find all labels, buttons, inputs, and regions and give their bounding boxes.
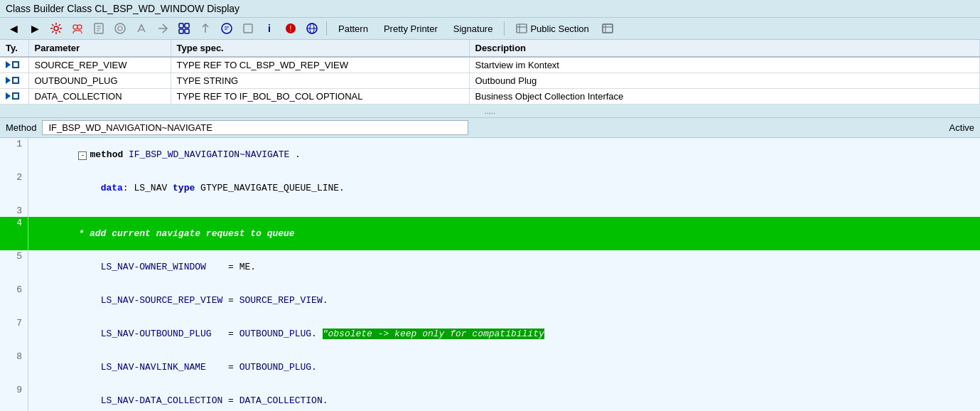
- signature-button[interactable]: Signature: [447, 21, 500, 36]
- tool-btn-9[interactable]: [217, 21, 236, 36]
- tool-btn-6[interactable]: [154, 21, 172, 36]
- param-row-1[interactable]: SOURCE_REP_VIEW TYPE REF TO CL_BSP_WD_RE…: [0, 57, 980, 73]
- line-content-4: * add current navigate request to queue: [28, 217, 980, 250]
- line-content-8: LS_NAV-NAVLINK_NAME = OUTBOUND_PLUG.: [28, 351, 980, 384]
- col-description: Description: [469, 40, 980, 57]
- method-bar: Method IF_BSP_WD_NAVIGATION~NAVIGATE Act…: [0, 117, 980, 138]
- tool-btn-12[interactable]: !: [281, 21, 300, 36]
- collapse-icon-1[interactable]: -: [78, 151, 87, 160]
- code-line-8: 8 LS_NAV-NAVLINK_NAME = OUTBOUND_PLUG.: [0, 351, 980, 384]
- row-indicator-1: [6, 61, 19, 68]
- public-section-button[interactable]: Public Section: [510, 21, 595, 36]
- type-icon-1: [12, 61, 19, 68]
- code-line-2: 2 data: LS_NAV type GTYPE_NAVIGATE_QUEUE…: [0, 171, 980, 205]
- tool-btn-2[interactable]: [68, 21, 87, 36]
- line-num-7: 7: [0, 317, 28, 351]
- line-num-2: 2: [0, 171, 28, 205]
- tool-btn-11[interactable]: i: [260, 21, 279, 36]
- ty-1: [0, 57, 28, 73]
- svg-text:!: !: [290, 25, 292, 33]
- param-desc-3: Business Object Collection Interface: [469, 89, 980, 105]
- line-num-8: 8: [0, 351, 28, 384]
- svg-point-5: [118, 26, 122, 31]
- line-content-9: LS_NAV-DATA_COLLECTION = DATA_COLLECTION…: [28, 384, 980, 411]
- code-line-6: 6 LS_NAV-SOURCE_REP_VIEW = SOURCE_REP_VI…: [0, 284, 980, 317]
- line-num-9: 9: [0, 384, 28, 411]
- svg-rect-12: [244, 24, 252, 33]
- code-line-3: 3: [0, 205, 980, 217]
- tool-btn-5[interactable]: [132, 21, 151, 36]
- method-name-box[interactable]: IF_BSP_WD_NAVIGATION~NAVIGATE: [42, 120, 468, 135]
- code-line-1: 1 -method IF_BSP_WD_NAVIGATION~NAVIGATE …: [0, 138, 980, 171]
- param-desc-1: Startview im Kontext: [469, 57, 980, 73]
- tool-btn-10[interactable]: [239, 21, 257, 36]
- param-table: Ty. Parameter Type spec. Description SOU…: [0, 40, 980, 105]
- svg-rect-7: [179, 23, 183, 28]
- param-typespec-2: TYPE STRING: [171, 73, 469, 89]
- type-icon-3: [12, 92, 19, 100]
- line-content-1: -method IF_BSP_WD_NAVIGATION~NAVIGATE .: [28, 138, 980, 171]
- svg-rect-8: [185, 23, 189, 28]
- col-typespec: Type spec.: [171, 40, 469, 57]
- arrow-icon-2: [6, 77, 11, 84]
- svg-point-11: [222, 23, 232, 33]
- line-num-1: 1: [0, 138, 28, 171]
- ty-3: [0, 89, 28, 105]
- line-content-2: data: LS_NAV type GTYPE_NAVIGATE_QUEUE_L…: [28, 171, 980, 205]
- pretty-printer-button[interactable]: Pretty Printer: [377, 21, 444, 36]
- title-bar: Class Builder Class CL_BSP_WD_WINDOW Dis…: [0, 0, 980, 18]
- row-indicator-2: [6, 77, 19, 84]
- type-icon-2: [12, 77, 19, 84]
- toolbar: ◀ ▶: [0, 18, 980, 40]
- code-line-7: 7 LS_NAV-OUTBOUND_PLUG = OUTBOUND_PLUG. …: [0, 317, 980, 351]
- arrow-icon-3: [6, 92, 11, 100]
- line-content-6: LS_NAV-SOURCE_REP_VIEW = SOURCE_REP_VIEW…: [28, 284, 980, 317]
- method-label: Method: [6, 122, 36, 133]
- arrow-icon-1: [6, 61, 11, 68]
- line-num-4: 4: [0, 217, 28, 250]
- col-ty: Ty.: [0, 40, 28, 57]
- line-content-3: [28, 205, 980, 217]
- param-typespec-1: TYPE REF TO CL_BSP_WD_REP_VIEW: [171, 57, 469, 73]
- forward-button[interactable]: ▶: [26, 21, 44, 36]
- line-num-6: 6: [0, 284, 28, 317]
- tool-btn-last[interactable]: [598, 21, 617, 36]
- method-status: Active: [949, 122, 974, 133]
- app-title: Class Builder Class CL_BSP_WD_WINDOW Dis…: [6, 3, 239, 14]
- tool-btn-8[interactable]: [196, 21, 215, 36]
- line-num-5: 5: [0, 250, 28, 284]
- param-desc-2: Outbound Plug: [469, 73, 980, 89]
- tool-btn-3[interactable]: [90, 21, 108, 36]
- code-line-5: 5 LS_NAV-OWNER_WINDOW = ME.: [0, 250, 980, 284]
- param-row-3[interactable]: DATA_COLLECTION TYPE REF TO IF_BOL_BO_CO…: [0, 89, 980, 105]
- back-button[interactable]: ◀: [4, 21, 23, 36]
- svg-point-4: [115, 23, 125, 33]
- divider-dots: .....: [485, 107, 495, 115]
- param-table-area: Ty. Parameter Type spec. Description SOU…: [0, 40, 980, 105]
- tool-btn-4[interactable]: [111, 21, 129, 36]
- param-name-1: SOURCE_REP_VIEW: [28, 57, 171, 73]
- line-content-5: LS_NAV-OWNER_WINDOW = ME.: [28, 250, 980, 284]
- ty-2: [0, 73, 28, 89]
- tool-btn-13[interactable]: [303, 21, 321, 36]
- svg-point-1: [73, 25, 77, 29]
- param-name-2: OUTBOUND_PLUG: [28, 73, 171, 89]
- svg-point-0: [54, 26, 58, 31]
- resize-divider[interactable]: .....: [0, 105, 980, 117]
- code-area[interactable]: 1 -method IF_BSP_WD_NAVIGATION~NAVIGATE …: [0, 138, 980, 411]
- code-line-9: 9 LS_NAV-DATA_COLLECTION = DATA_COLLECTI…: [0, 384, 980, 411]
- line-num-3: 3: [0, 205, 28, 217]
- tool-btn-7[interactable]: [175, 21, 193, 36]
- svg-point-2: [77, 25, 82, 29]
- svg-rect-9: [179, 29, 183, 33]
- method-name-text: IF_BSP_WD_NAVIGATION~NAVIGATE: [48, 122, 212, 133]
- svg-rect-21: [603, 24, 613, 33]
- row-indicator-3: [6, 92, 19, 100]
- line-content-7: LS_NAV-OUTBOUND_PLUG = OUTBOUND_PLUG. "o…: [28, 317, 980, 351]
- tool-btn-1[interactable]: [47, 21, 65, 36]
- toolbar-sep-1: [326, 21, 327, 36]
- pattern-button[interactable]: Pattern: [332, 21, 375, 36]
- public-section-icon: [516, 23, 527, 34]
- param-row-2[interactable]: OUTBOUND_PLUG TYPE STRING Outbound Plug: [0, 73, 980, 89]
- svg-rect-10: [185, 29, 189, 33]
